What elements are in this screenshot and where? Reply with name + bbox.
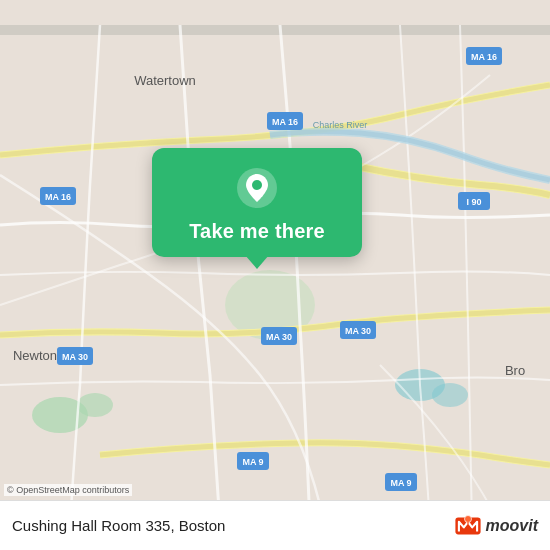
moovit-logo: moovit: [454, 512, 538, 540]
svg-point-4: [432, 383, 468, 407]
osm-attribution: © OpenStreetMap contributors: [4, 484, 132, 496]
svg-text:MA 30: MA 30: [62, 352, 88, 362]
moovit-wordmark: moovit: [486, 517, 538, 535]
svg-text:I 90: I 90: [466, 197, 481, 207]
svg-rect-6: [0, 25, 550, 35]
svg-point-2: [77, 393, 113, 417]
svg-text:Watertown: Watertown: [134, 73, 196, 88]
map-background: MA 16 MA 16 MA 16 I 90 MA 30 MA 30 MA 30…: [0, 0, 550, 550]
location-text: Cushing Hall Room 335, Boston: [12, 517, 454, 534]
svg-text:MA 16: MA 16: [272, 117, 298, 127]
svg-text:MA 16: MA 16: [45, 192, 71, 202]
svg-text:MA 9: MA 9: [390, 478, 411, 488]
svg-text:MA 9: MA 9: [242, 457, 263, 467]
map-container: MA 16 MA 16 MA 16 I 90 MA 30 MA 30 MA 30…: [0, 0, 550, 550]
svg-text:Charles River: Charles River: [313, 120, 368, 130]
moovit-logo-icon: [454, 512, 482, 540]
popup-card[interactable]: Take me there: [152, 148, 362, 257]
svg-text:Bro: Bro: [505, 363, 525, 378]
pin-icon: [235, 166, 279, 210]
bottom-bar: Cushing Hall Room 335, Boston moovit: [0, 500, 550, 550]
svg-text:Newton: Newton: [13, 348, 57, 363]
svg-text:MA 30: MA 30: [266, 332, 292, 342]
popup-label: Take me there: [189, 220, 325, 243]
svg-point-31: [252, 180, 262, 190]
svg-point-33: [464, 515, 471, 522]
svg-text:MA 30: MA 30: [345, 326, 371, 336]
svg-text:MA 16: MA 16: [471, 52, 497, 62]
